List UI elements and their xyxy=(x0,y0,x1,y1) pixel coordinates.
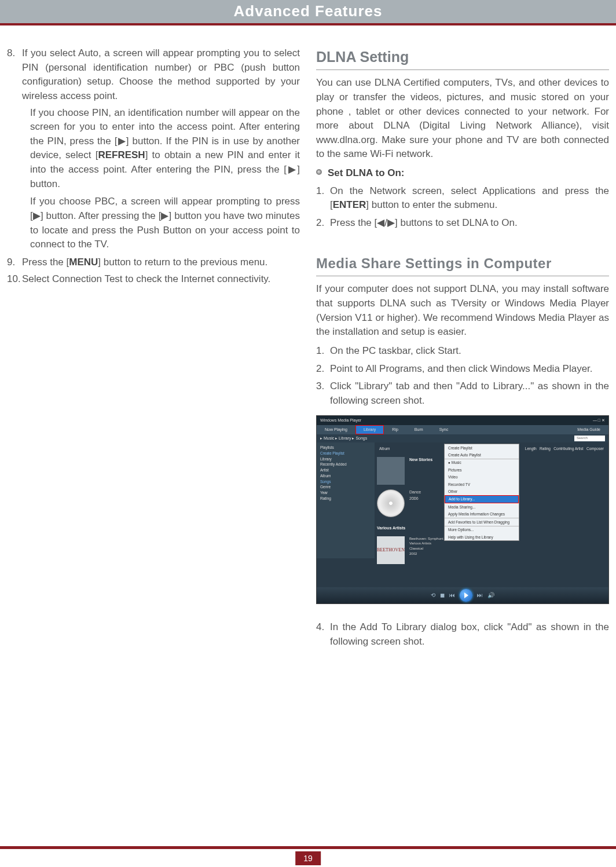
wmp-tab-library[interactable]: Library xyxy=(355,425,384,434)
wmp-tab[interactable]: Media Guide xyxy=(569,425,608,434)
page-number: 19 xyxy=(295,851,321,865)
prev-icon[interactable]: ⏮ xyxy=(449,591,455,600)
wmp-sidebar: Playlists Create Playlist Library Recent… xyxy=(317,442,375,558)
wmp-tab[interactable]: Now Playing xyxy=(317,425,355,434)
menu-item[interactable]: ● Music xyxy=(445,459,519,466)
wmp-body: Playlists Create Playlist Library Recent… xyxy=(317,442,608,558)
step-number: 4. xyxy=(316,620,330,649)
step-text: Select Connection Test to check the Inte… xyxy=(22,272,300,287)
step-text: Point to All Programs, and then click Wi… xyxy=(330,362,609,376)
sidebar-item[interactable]: Playlists xyxy=(320,445,371,451)
wmp-search[interactable]: Search xyxy=(574,436,605,441)
next-icon[interactable]: ⏭ xyxy=(477,591,483,600)
media-step-2: 2. Point to All Programs, and then click… xyxy=(316,362,609,376)
wmp-tab[interactable]: Burn xyxy=(406,425,431,434)
media-step-3: 3. Click "Library" tab and then "Add to … xyxy=(316,379,609,408)
media-intro: If your computer does not support DLNA, … xyxy=(316,282,609,339)
step-text: If you select Auto, a screen will appear… xyxy=(22,46,300,104)
sidebar-item[interactable]: Genre xyxy=(320,484,371,490)
album-art-icon: BEETHOVEN xyxy=(377,536,405,564)
page-footer: 19 xyxy=(0,846,616,867)
step-number: 2. xyxy=(316,216,330,231)
menu-item[interactable]: More Options... xyxy=(445,526,519,533)
sidebar-item[interactable]: Recently Added xyxy=(320,462,371,467)
media-step-4: 4. In the Add To Library dialog box, cli… xyxy=(316,620,609,649)
menu-item[interactable]: Create Playlist xyxy=(445,444,519,451)
step-8-pbc: If you choose PBC, a screen will appear … xyxy=(30,195,300,252)
wmp-breadcrumb: ▸ Music ▸ Library ▸ Songs Search xyxy=(317,434,608,442)
media-step-1: 1. On the PC taskbar, click Start. xyxy=(316,344,609,358)
stop-icon[interactable]: ◼ xyxy=(440,591,445,600)
step-number: 9. xyxy=(7,255,22,270)
dlna-heading: DLNA Setting xyxy=(316,46,609,70)
album-meta: Dance2006 xyxy=(409,489,421,501)
step-number: 1. xyxy=(316,344,330,358)
menu-item[interactable]: Media Sharing... xyxy=(445,503,519,510)
album-title: New Stories xyxy=(409,457,432,463)
step-number: 8. xyxy=(7,46,22,104)
volume-icon[interactable]: 🔊 xyxy=(487,591,494,600)
step-number: 2. xyxy=(316,362,330,376)
step-9: 9. Press the [MENU] button to return to … xyxy=(7,255,300,270)
step-number: 10. xyxy=(7,272,22,287)
left-column: 8. If you select Auto, a screen will app… xyxy=(7,46,300,832)
right-column: DLNA Setting You can use DLNA Certified … xyxy=(316,46,609,832)
bullet-icon xyxy=(316,169,322,175)
wmp-tabs: Now Playing Library Rip Burn Sync Media … xyxy=(317,425,608,434)
wmp-main: AlbumLength Rating Contributing Artist C… xyxy=(375,442,608,558)
wmp-screenshot: Windows Media Player — □ ✕ Now Playing L… xyxy=(316,415,609,604)
shuffle-icon[interactable]: ⟲ xyxy=(431,591,435,600)
album-art-icon xyxy=(377,457,405,485)
page-header-title: Advanced Features xyxy=(234,1,383,23)
menu-label: MENU xyxy=(69,257,98,268)
step-number: 1. xyxy=(316,184,330,213)
menu-item[interactable]: Create Auto Playlist xyxy=(445,451,519,458)
sidebar-item[interactable]: Songs xyxy=(320,479,371,485)
play-button[interactable] xyxy=(460,589,472,602)
menu-item[interactable]: Help with Using the Library xyxy=(445,533,519,540)
step-text: Press the [◀/▶] buttons to set DLNA to O… xyxy=(330,216,609,231)
menu-item[interactable]: Video xyxy=(445,474,519,481)
sidebar-item[interactable]: Create Playlist xyxy=(320,451,371,456)
menu-item[interactable]: Apply Media Information Changes xyxy=(445,511,519,518)
sidebar-item[interactable]: Artist xyxy=(320,467,371,473)
wmp-tab[interactable]: Rip xyxy=(384,425,406,434)
cd-icon xyxy=(377,489,405,517)
dlna-bullet-text: Set DLNA to On: xyxy=(328,166,405,181)
wmp-titlebar: Windows Media Player — □ ✕ xyxy=(317,416,608,425)
menu-item[interactable]: Add Favorites to List When Dragging xyxy=(445,518,519,525)
menu-item[interactable]: Pictures xyxy=(445,466,519,473)
wmp-player-bar: ⟲ ◼ ⏮ ⏭ 🔊 xyxy=(317,587,608,603)
dlna-intro: You can use DLNA Certified computers, TV… xyxy=(316,76,609,162)
refresh-label: REFRESH xyxy=(98,149,145,160)
step-text: Click "Library" tab and then "Add to Lib… xyxy=(330,379,609,408)
sidebar-item[interactable]: Year xyxy=(320,490,371,496)
menu-item-add-to-library[interactable]: Add to Library... xyxy=(445,495,519,503)
step-text: Press the [MENU] button to return to the… xyxy=(22,255,300,270)
step-8: 8. If you select Auto, a screen will app… xyxy=(7,46,300,104)
step-text: On the Network screen, select Applicatio… xyxy=(330,184,609,213)
dlna-step-2: 2. Press the [◀/▶] buttons to set DLNA t… xyxy=(316,216,609,231)
dlna-bullet: Set DLNA to On: xyxy=(316,166,609,181)
sidebar-item[interactable]: Album xyxy=(320,473,371,479)
step-text: In the Add To Library dialog box, click … xyxy=(330,620,609,649)
page-header: Advanced Features xyxy=(0,0,616,23)
breadcrumb-text: ▸ Music ▸ Library ▸ Songs xyxy=(320,436,367,441)
sidebar-item[interactable]: Rating xyxy=(320,496,371,502)
wmp-app-title: Windows Media Player xyxy=(320,418,361,423)
wmp-tab[interactable]: Sync xyxy=(431,425,457,434)
menu-item[interactable]: Other xyxy=(445,488,519,495)
wmp-library-menu: Create Playlist Create Auto Playlist ● M… xyxy=(444,444,519,541)
page-body: 8. If you select Auto, a screen will app… xyxy=(7,46,609,832)
step-8-pin: If you choose PIN, an identification num… xyxy=(30,106,300,192)
step-10: 10. Select Connection Test to check the … xyxy=(7,272,300,287)
media-heading: Media Share Settings in Computer xyxy=(316,254,609,277)
step-text: On the PC taskbar, click Start. xyxy=(330,344,609,358)
dlna-step-1: 1. On the Network screen, select Applica… xyxy=(316,184,609,213)
menu-item[interactable]: Recorded TV xyxy=(445,481,519,488)
header-rule xyxy=(0,23,616,25)
step-number: 3. xyxy=(316,379,330,408)
enter-label: ENTER xyxy=(333,199,366,210)
sidebar-item[interactable]: Library xyxy=(320,456,371,462)
window-controls-icon: — □ ✕ xyxy=(593,418,605,423)
